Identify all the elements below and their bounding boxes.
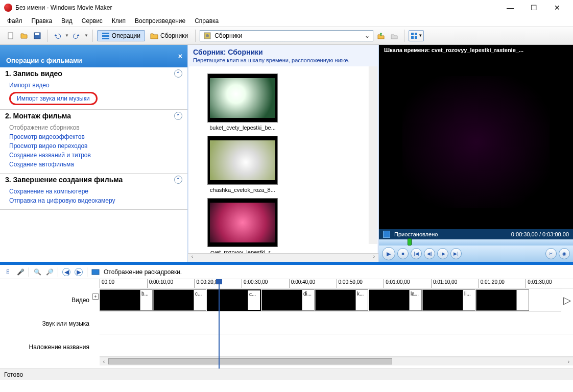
- menu-file[interactable]: Файл: [7, 17, 22, 24]
- status-text: Готово: [4, 371, 23, 378]
- redo-button[interactable]: [71, 30, 82, 41]
- timeline-clip[interactable]: b...: [100, 289, 153, 311]
- open-button[interactable]: [18, 30, 30, 41]
- toolbar: ▼ ▼ Операции Сборники Сборники ⌄ ▼: [0, 27, 573, 45]
- timeline-clip[interactable]: li...: [422, 289, 475, 311]
- title-overlay-track[interactable]: [100, 334, 573, 357]
- thumbnail-label: cvet_rozovyy_lepestki_r...: [207, 249, 278, 253]
- menu-edit[interactable]: Правка: [32, 17, 53, 24]
- save-button[interactable]: [32, 30, 43, 41]
- video-track[interactable]: b... c... c... di... k... la... li...: [100, 288, 573, 312]
- step-back-button[interactable]: ◀|: [424, 248, 435, 259]
- menu-view[interactable]: Вид: [61, 17, 73, 24]
- svg-rect-12: [92, 270, 99, 275]
- rewind-button[interactable]: ◀: [62, 268, 70, 276]
- menu-clip[interactable]: Клип: [112, 17, 126, 24]
- collections-button[interactable]: Сборники: [147, 31, 191, 41]
- link-save-computer[interactable]: Сохранение на компьютере: [9, 187, 178, 196]
- task-section-finish[interactable]: 3. Завершение создания фильма ⌃: [0, 174, 187, 186]
- vertical-scrollbar[interactable]: [369, 66, 377, 244]
- audio-levels-button[interactable]: 🎚: [4, 268, 12, 276]
- horizontal-scrollbar[interactable]: ‹ ›: [188, 253, 378, 262]
- link-titles-credits[interactable]: Создание названий и титров: [9, 151, 178, 160]
- up-level-button[interactable]: [375, 30, 387, 41]
- menu-help[interactable]: Справка: [195, 17, 219, 24]
- task-pane-title: Операции с фильмами: [6, 57, 82, 64]
- svg-rect-3: [102, 33, 109, 34]
- narrate-button[interactable]: 🎤: [16, 268, 25, 276]
- seek-bar[interactable]: [379, 239, 573, 246]
- snapshot-button[interactable]: ◉: [559, 248, 570, 259]
- task-section-finish-label: 3. Завершение создания фильма: [5, 176, 123, 184]
- scroll-left-icon[interactable]: ‹: [100, 357, 108, 365]
- preview-monitor[interactable]: [379, 55, 573, 229]
- collection-item[interactable]: cvet_rozovyy_lepestki_r...: [204, 198, 281, 253]
- menu-service[interactable]: Сервис: [82, 17, 103, 24]
- menu-play[interactable]: Воспроизведение: [135, 17, 185, 24]
- play-button[interactable]: ▶: [382, 247, 395, 260]
- storyboard-icon: [91, 268, 100, 276]
- minimize-button[interactable]: —: [498, 0, 522, 15]
- task-pane-close[interactable]: ×: [178, 52, 182, 60]
- expand-video-track[interactable]: +: [92, 293, 99, 300]
- next-button[interactable]: ▶|: [450, 248, 462, 259]
- time-ruler[interactable]: 00,00 0:00:10,00 0:00:20,00 0:00:30,00 0…: [100, 279, 573, 288]
- timeline-scroll-right[interactable]: ▷: [561, 288, 573, 312]
- timeline-clip[interactable]: k...: [315, 289, 368, 311]
- svg-rect-10: [411, 36, 414, 39]
- ruler-tick: 0:00:30,00: [242, 279, 289, 288]
- link-show-collections[interactable]: Отображение сборников: [9, 123, 178, 132]
- link-send-dv[interactable]: Отправка на цифровую видеокамеру: [9, 196, 178, 205]
- link-video-transitions[interactable]: Просмотр видео переходов: [9, 141, 178, 151]
- collections-btn-label: Сборники: [160, 32, 188, 39]
- step-fwd-button[interactable]: |▶: [437, 248, 448, 259]
- prev-button[interactable]: |◀: [411, 248, 422, 259]
- link-automovie[interactable]: Создание автофильма: [9, 160, 178, 169]
- operations-button[interactable]: Операции: [97, 30, 145, 41]
- task-section-edit[interactable]: 2. Монтаж фильма ⌃: [0, 110, 187, 122]
- link-video-effects[interactable]: Просмотр видеоэффектов: [9, 132, 178, 141]
- clip-label: di...: [302, 290, 314, 310]
- scroll-right-icon[interactable]: ›: [370, 254, 378, 262]
- new-button[interactable]: [5, 30, 16, 41]
- stop-button[interactable]: ■: [397, 248, 409, 259]
- timeline-clip[interactable]: c...: [153, 289, 206, 311]
- timeline-h-scrollbar[interactable]: ‹ ›: [100, 357, 573, 365]
- close-button[interactable]: ✕: [545, 0, 569, 15]
- zoom-in-button[interactable]: 🔍: [33, 268, 41, 276]
- audio-track[interactable]: [100, 312, 573, 334]
- scroll-left-icon[interactable]: ‹: [188, 254, 197, 262]
- timeline-clip[interactable]: c...: [207, 289, 261, 311]
- task-section-capture[interactable]: 1. Запись видео ⌃: [0, 67, 187, 80]
- timeline-clip[interactable]: di...: [261, 289, 315, 311]
- task-pane: Операции с фильмами × 1. Запись видео ⌃ …: [0, 45, 187, 262]
- ruler-tick: 0:00:50,00: [337, 279, 384, 288]
- task-section-edit-label: 2. Монтаж фильма: [5, 112, 71, 120]
- split-button[interactable]: ✂: [545, 248, 557, 259]
- zoom-out-button[interactable]: 🔎: [45, 268, 54, 276]
- undo-dd[interactable]: ▼: [65, 33, 69, 38]
- redo-dd[interactable]: ▼: [84, 33, 88, 38]
- timeline-toggle-label[interactable]: Отображение раскадровки.: [104, 268, 182, 276]
- link-import-video[interactable]: Импорт видео: [9, 81, 178, 90]
- clip-label: k...: [355, 290, 368, 310]
- track-label-audio: Звук или музыка: [0, 312, 100, 335]
- collection-item[interactable]: buket_cvety_lepestki_be...: [204, 74, 281, 131]
- app-icon: [4, 4, 12, 12]
- thumbnail-image: [210, 78, 275, 118]
- view-mode-button[interactable]: ▼: [409, 30, 424, 41]
- link-import-audio[interactable]: Импорт звука или музыки: [9, 92, 98, 105]
- collections-dropdown[interactable]: Сборники ⌄: [200, 30, 373, 41]
- timeline-clip[interactable]: la...: [369, 289, 422, 311]
- timeline-clip[interactable]: [476, 289, 529, 311]
- scroll-right-icon[interactable]: ›: [564, 357, 573, 365]
- play-timeline-button[interactable]: ▶: [75, 268, 83, 276]
- new-folder-button[interactable]: [389, 30, 400, 41]
- seek-knob[interactable]: [408, 238, 412, 246]
- maximize-button[interactable]: ☐: [522, 0, 545, 15]
- window-title: Без имени - Windows Movie Maker: [15, 4, 112, 11]
- playhead[interactable]: [219, 279, 220, 369]
- svg-rect-2: [35, 33, 39, 35]
- collection-item[interactable]: chashka_cvetok_roza_8...: [204, 136, 281, 193]
- undo-button[interactable]: [52, 30, 63, 41]
